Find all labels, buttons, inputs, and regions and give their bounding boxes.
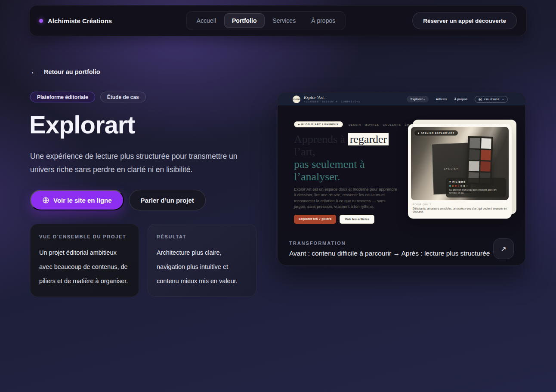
preview-link-a-propos[interactable]: À propos [454,98,467,101]
preview-site-brand-name: Explor’Art. [304,96,360,100]
preview-youtube-button[interactable]: ▶ YOUTUBE ▾ [475,96,508,103]
preview-hero-title-teal: pas seulement à l’analyser. [294,158,399,183]
preview-hero-badge-row: BLOG D’ART LUMINEUX DESSIN · ŒUVRES · CO… [294,121,399,127]
chevron-down-icon: ▾ [423,98,425,101]
nav-item-accueil[interactable]: Accueil [189,14,223,28]
page-description: Une expérience de lecture plus structuré… [30,150,256,176]
arrow-up-right-icon: ↗ [500,245,506,253]
nav-item-services[interactable]: Services [265,14,303,28]
preview-hero-buttons: Explorer les 7 piliers Voir les articles [294,215,399,224]
talk-project-label: Parler d’un projet [141,197,194,204]
preview-articles-button[interactable]: Voir les articles [340,215,374,224]
preview-site-hero: BLOG D’ART LUMINEUX DESSIN · ŒUVRES · CO… [278,105,525,231]
dot-icon [298,124,300,125]
preview-site-tagline: REGARDER · RESSENTIR · COMPRENDRE [304,101,360,103]
result-card-text: Architecture plus claire, navigation plu… [157,246,247,288]
atelier-card-footer: POUR QUI ? Débutants, amateurs sensibles… [411,200,509,213]
nav-group: Accueil Portfolio Services À propos [186,11,346,30]
top-navbar: Alchimiste Créations Accueil Portfolio S… [29,5,527,36]
result-card: RÉSULTAT Architecture plus claire, navig… [148,224,256,297]
talk-project-button[interactable]: Parler d’un projet [129,190,206,210]
nav-item-a-propos[interactable]: À propos [304,14,343,28]
back-link-label: Retour au portfolio [44,68,100,75]
info-cards: VUE D’ENSEMBLE DU PROJET Un projet édito… [30,224,256,297]
brand-name: Alchimiste Créations [48,17,112,25]
highlighted-word: regarder [348,133,389,145]
overview-card: VUE D’ENSEMBLE DU PROJET Un projet édito… [30,224,139,297]
chevron-down-icon: ▾ [502,98,504,101]
preview-site-brand: Explor’Art. REGARDER · RESSENTIR · COMPR… [304,96,360,103]
open-preview-button[interactable]: ↗ [493,238,514,259]
who-text: Débutants, amateurs sensibles, amoureux·… [413,207,507,213]
globe-icon [42,197,49,204]
result-card-label: RÉSULTAT [157,234,247,239]
brand-dot-icon [39,19,43,23]
reserve-call-button[interactable]: Réserver un appel découverte [412,12,517,29]
back-arrow-icon: ← [31,68,38,75]
who-label: POUR QUI ? [413,203,507,206]
transformation-footer: TRANSFORMATION Avant : contenu difficile… [278,231,525,265]
site-preview-panel: EXPLOR’ART Explor’Art. REGARDER · RESSEN… [278,93,525,265]
cta-row: Voir le site en ligne Parler d’un projet [30,190,206,210]
atelier-badge: ATELIER EXPLOR’ART [414,130,458,136]
pillars-overlay-text: Du premier trait jusqu’aux émotions que … [449,188,503,195]
preview-site-links: Explorer▾ Articles À propos ▶ YOUTUBE ▾ [407,96,508,103]
pillars-overlay-title: 7 PILIERS [449,180,503,183]
overview-card-text: Un projet éditorial ambitieux avec beauc… [39,246,130,288]
preview-link-articles[interactable]: Articles [436,98,447,101]
view-site-label: Voir le site en ligne [53,197,112,204]
youtube-label: YOUTUBE [484,98,500,101]
nav-item-portfolio[interactable]: Portfolio [224,13,265,28]
project-badges: Plateforme éditoriale Étude de cas [30,92,146,102]
preview-hero-left: BLOG D’ART LUMINEUX DESSIN · ŒUVRES · CO… [294,121,399,224]
transformation-text: Avant : contenu difficile à parcourir → … [289,250,490,257]
preview-hero-paragraph: Explor’Art est un espace doux et moderne… [294,187,397,210]
preview-site-logo: EXPLOR’ART [293,96,300,103]
atelier-photo: ATELIER ATELIER EXPLOR’ART 7 PILIERS Du … [411,127,509,200]
pillars-overlay: 7 PILIERS Du premier trait jusqu’aux émo… [446,178,506,198]
brand: Alchimiste Créations [39,17,112,25]
back-to-portfolio-link[interactable]: ← Retour au portfolio [31,68,100,75]
overview-card-label: VUE D’ENSEMBLE DU PROJET [39,234,130,239]
page-title: Explorart [29,110,135,139]
preview-link-explorer[interactable]: Explorer▾ [407,96,429,102]
transformation-label: TRANSFORMATION [289,241,490,246]
preview-atelier-card: ATELIER ATELIER EXPLOR’ART 7 PILIERS Du … [408,124,512,219]
badge-etude-de-cas: Étude de cas [100,92,146,102]
preview-pillars-button[interactable]: Explorer les 7 piliers [294,215,336,224]
view-site-button[interactable]: Voir le site en ligne [30,190,124,210]
transformation-block: TRANSFORMATION Avant : contenu difficile… [289,241,490,257]
youtube-play-icon: ▶ [479,98,482,101]
dot-icon [418,133,419,134]
preview-hero-title: Apprends à regarder l’art, pas seulement… [294,133,399,183]
pillar-dots [449,185,503,187]
preview-site-navbar: EXPLOR’ART Explor’Art. REGARDER · RESSEN… [278,93,525,105]
preview-hero-badge: BLOG D’ART LUMINEUX [294,121,343,127]
badge-plateforme-editoriale: Plateforme éditoriale [30,92,95,102]
